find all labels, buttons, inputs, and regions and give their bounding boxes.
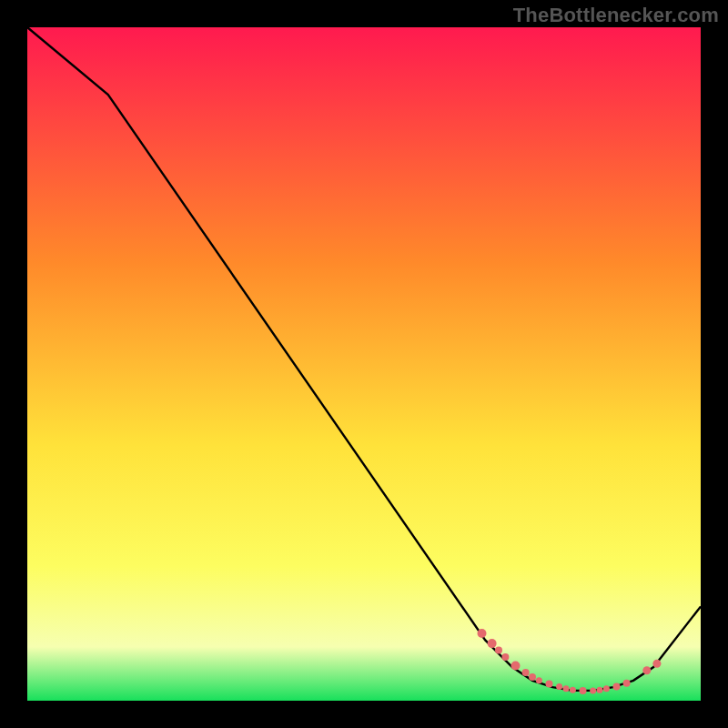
marker-point (556, 683, 562, 690)
marker-point (546, 681, 553, 688)
marker-point (570, 687, 576, 693)
marker-point (488, 639, 497, 648)
marker-point (580, 687, 587, 694)
marker-point (536, 677, 542, 683)
marker-point (603, 685, 610, 692)
marker-point (597, 687, 603, 693)
marker-point (495, 647, 502, 654)
bottleneck-chart (0, 0, 728, 728)
attribution-text: TheBottlenecker.com (513, 4, 719, 27)
marker-point (529, 673, 536, 681)
marker-point (590, 687, 596, 693)
marker-point (478, 629, 487, 638)
marker-point (613, 683, 621, 691)
marker-point (522, 669, 530, 676)
marker-point (652, 660, 661, 668)
chart-frame: TheBottlenecker.com (0, 0, 728, 728)
marker-point (623, 680, 631, 687)
marker-point (642, 666, 651, 674)
marker-point (501, 653, 509, 661)
marker-point (563, 685, 570, 692)
plot-area (27, 27, 701, 701)
marker-point (511, 662, 521, 671)
